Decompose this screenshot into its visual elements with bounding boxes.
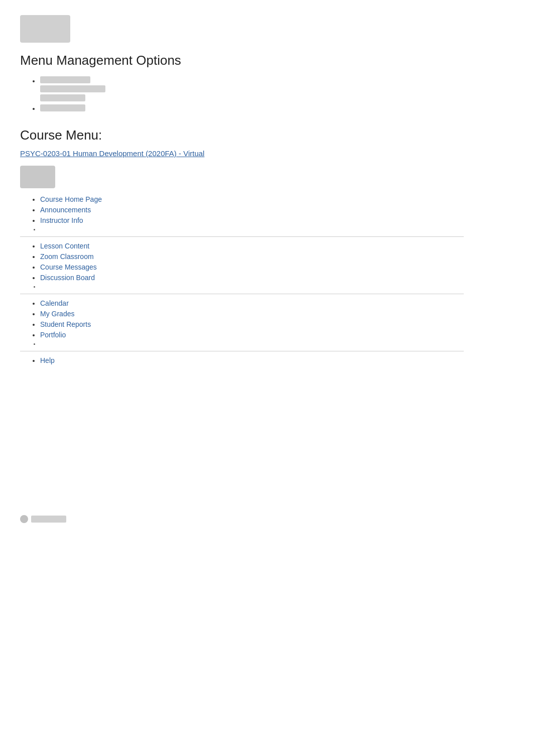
list-item: Portfolio bbox=[40, 331, 513, 339]
list-item: Lesson Content bbox=[40, 242, 513, 250]
nav-group-2: Lesson Content Zoom Classroom Course Mes… bbox=[20, 242, 513, 294]
bottom-icon bbox=[20, 515, 28, 523]
list-item: Course Messages bbox=[40, 263, 513, 271]
menu-management-title: Menu Management Options bbox=[20, 53, 513, 68]
course-home-page-link[interactable]: Course Home Page bbox=[40, 195, 102, 203]
calendar-link[interactable]: Calendar bbox=[40, 299, 69, 307]
bottom-placeholder bbox=[31, 516, 66, 523]
discussion-board-link[interactable]: Discussion Board bbox=[40, 274, 95, 282]
nav-divider bbox=[20, 294, 464, 294]
nav-group-4: Help bbox=[20, 356, 513, 364]
nav-divider bbox=[20, 236, 464, 237]
option-placeholder bbox=[40, 94, 85, 101]
list-item: Calendar bbox=[40, 299, 513, 307]
bottom-section bbox=[20, 515, 513, 523]
list-item: Discussion Board bbox=[40, 274, 513, 282]
portfolio-link[interactable]: Portfolio bbox=[40, 331, 66, 339]
lesson-content-link[interactable]: Lesson Content bbox=[40, 242, 89, 250]
instructor-info-link[interactable]: Instructor Info bbox=[40, 216, 83, 224]
menu-management-section: Menu Management Options bbox=[20, 53, 513, 112]
option-placeholder bbox=[40, 104, 85, 111]
help-link[interactable]: Help bbox=[40, 356, 55, 364]
course-menu-section: Course Menu: PSYC-0203-01 Human Developm… bbox=[20, 128, 513, 364]
avatar-placeholder bbox=[20, 166, 55, 188]
list-item bbox=[40, 104, 513, 112]
list-item: My Grades bbox=[40, 310, 513, 318]
nav-list-group3: Calendar My Grades Student Reports Portf… bbox=[20, 299, 513, 339]
course-menu-title: Course Menu: bbox=[20, 128, 513, 143]
announcements-link[interactable]: Announcements bbox=[40, 206, 91, 214]
list-item: Zoom Classroom bbox=[40, 253, 513, 261]
student-reports-link[interactable]: Student Reports bbox=[40, 320, 91, 328]
list-item: Announcements bbox=[40, 206, 513, 214]
list-item: Instructor Info bbox=[40, 216, 513, 224]
nav-list-group1: Course Home Page Announcements Instructo… bbox=[20, 195, 513, 224]
top-logo-area bbox=[20, 15, 513, 43]
course-messages-link[interactable]: Course Messages bbox=[40, 263, 97, 271]
list-item: Help bbox=[40, 356, 513, 364]
option-placeholder bbox=[40, 85, 105, 92]
menu-options-list bbox=[20, 76, 513, 112]
nav-group-1: Course Home Page Announcements Instructo… bbox=[20, 195, 513, 237]
list-item: Student Reports bbox=[40, 320, 513, 328]
list-item bbox=[40, 76, 513, 101]
list-item: Course Home Page bbox=[40, 195, 513, 203]
dot-separator bbox=[20, 341, 513, 347]
nav-group-3: Calendar My Grades Student Reports Portf… bbox=[20, 299, 513, 351]
nav-list-group2: Lesson Content Zoom Classroom Course Mes… bbox=[20, 242, 513, 282]
nav-list-group4: Help bbox=[20, 356, 513, 364]
course-link[interactable]: PSYC-0203-01 Human Development (2020FA) … bbox=[20, 149, 204, 158]
dot-separator bbox=[20, 284, 513, 290]
logo-placeholder bbox=[20, 15, 70, 43]
nav-divider bbox=[20, 351, 464, 351]
dot-separator bbox=[20, 227, 513, 232]
zoom-classroom-link[interactable]: Zoom Classroom bbox=[40, 253, 94, 261]
my-grades-link[interactable]: My Grades bbox=[40, 310, 74, 318]
option-placeholder bbox=[40, 76, 90, 83]
